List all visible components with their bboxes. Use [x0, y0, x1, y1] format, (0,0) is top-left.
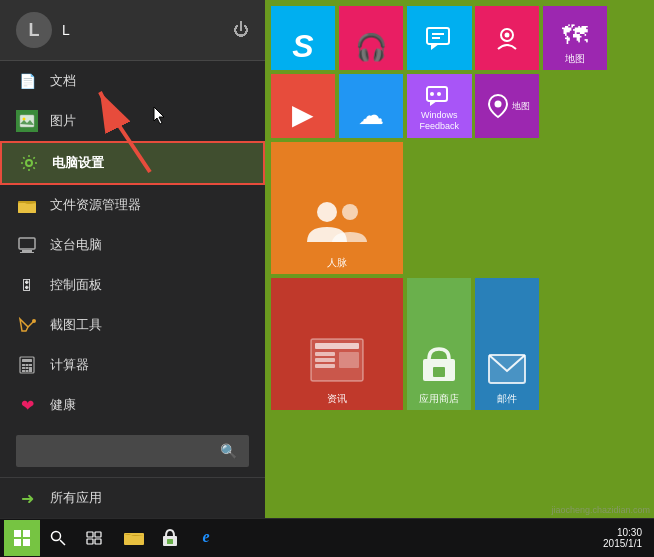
mail-icon — [487, 353, 527, 387]
svg-point-31 — [342, 204, 358, 220]
feedback-label: WindowsFeedback — [419, 110, 459, 132]
svg-rect-20 — [26, 370, 29, 372]
svg-rect-13 — [22, 364, 25, 366]
menu-item-pictures[interactable]: 图片 — [0, 101, 265, 141]
svg-point-25 — [504, 33, 509, 38]
feedback-row2: WindowsFeedback 地图 — [407, 74, 539, 138]
svg-point-27 — [430, 92, 434, 96]
search-button[interactable] — [40, 520, 76, 556]
video-icon: ▶ — [292, 98, 314, 131]
health-icon: ❤ — [16, 394, 38, 416]
menu-item-control-panel[interactable]: 🎛 控制面板 — [0, 265, 265, 305]
taskbar-store[interactable] — [152, 520, 188, 556]
tile-people[interactable]: 人脉 — [271, 142, 403, 274]
all-apps-button[interactable]: ➜ 所有应用 — [0, 477, 265, 518]
tiles-panel: S 🎧 🗺 地图 — [265, 0, 654, 518]
start-button[interactable] — [4, 520, 40, 556]
store-label: 应用商店 — [419, 393, 459, 405]
tile-feedback-sub2[interactable] — [475, 6, 540, 70]
search-input[interactable] — [28, 444, 220, 459]
tile-row-4: 资讯 应用商店 — [271, 278, 648, 410]
svg-rect-7 — [19, 238, 35, 249]
tile-news[interactable]: 资讯 — [271, 278, 403, 410]
user-name: L — [62, 22, 70, 38]
tile-feedback-sub1[interactable] — [407, 6, 472, 70]
svg-rect-17 — [26, 367, 29, 369]
svg-rect-34 — [315, 352, 335, 356]
taskbar: e 10:30 2015/1/1 — [0, 518, 654, 557]
svg-rect-16 — [22, 367, 25, 369]
svg-rect-51 — [95, 539, 101, 544]
maps-label: 地图 — [565, 53, 585, 65]
tile-onedrive[interactable]: ☁ — [339, 74, 403, 138]
svg-point-30 — [317, 202, 337, 222]
tile-row-1: S 🎧 🗺 地图 — [271, 6, 648, 70]
calculator-icon — [16, 354, 38, 376]
mail-label: 邮件 — [497, 393, 517, 405]
store-icon — [419, 345, 459, 387]
left-panel: L L ⏻ 📄 文档 图片 — [0, 0, 265, 518]
svg-line-47 — [60, 540, 65, 545]
svg-rect-21 — [427, 28, 449, 44]
menu-item-snipping-tool[interactable]: 截图工具 — [0, 305, 265, 345]
feedback-row1 — [407, 6, 539, 70]
news-label: 资讯 — [327, 393, 347, 405]
menu-item-file-explorer[interactable]: 文件资源管理器 — [0, 185, 265, 225]
menu-item-pc-settings[interactable]: 电脑设置 — [0, 141, 265, 185]
svg-rect-18 — [29, 367, 32, 372]
tile-skype[interactable]: S — [271, 6, 335, 70]
svg-rect-39 — [433, 367, 445, 377]
svg-rect-42 — [14, 530, 21, 537]
watermark: jiaocheng.chazidian.com — [551, 505, 650, 515]
user-area: L L ⏻ — [0, 0, 265, 61]
tile-feedback-main[interactable]: WindowsFeedback — [407, 74, 472, 138]
pictures-icon — [16, 110, 38, 132]
svg-point-46 — [52, 532, 61, 541]
people-icon — [302, 197, 372, 249]
svg-rect-6 — [18, 203, 36, 213]
news-icon — [307, 335, 367, 387]
svg-rect-45 — [23, 539, 30, 546]
svg-rect-36 — [315, 364, 335, 368]
menu-item-documents[interactable]: 📄 文档 — [0, 61, 265, 101]
documents-icon: 📄 — [16, 70, 38, 92]
svg-rect-19 — [22, 370, 25, 372]
tile-maps[interactable]: 🗺 地图 — [543, 6, 607, 70]
taskbar-ie[interactable]: e — [188, 520, 224, 556]
search-bar[interactable]: 🔍 — [16, 435, 249, 467]
music-icon: 🎧 — [355, 32, 387, 63]
menu-item-health[interactable]: ❤ 健康 — [0, 385, 265, 425]
this-pc-icon — [16, 234, 38, 256]
svg-rect-12 — [22, 359, 32, 362]
skype-icon: S — [292, 28, 313, 65]
tile-video[interactable]: ▶ — [271, 74, 335, 138]
search-icon: 🔍 — [220, 443, 237, 459]
start-menu: L L ⏻ 📄 文档 图片 — [0, 0, 654, 518]
tile-store[interactable]: 应用商店 — [407, 278, 471, 410]
tile-row-3: 人脉 — [271, 142, 648, 274]
menu-item-calculator[interactable]: 计算器 — [0, 345, 265, 385]
task-view-button[interactable] — [76, 520, 112, 556]
taskbar-file-explorer[interactable] — [116, 520, 152, 556]
taskbar-tray: 10:30 2015/1/1 — [603, 527, 650, 549]
svg-rect-35 — [315, 358, 335, 362]
svg-rect-15 — [29, 364, 32, 366]
power-button[interactable]: ⏻ — [233, 21, 249, 39]
all-apps-icon: ➜ — [16, 487, 38, 509]
svg-rect-0 — [20, 115, 34, 127]
taskbar-apps: e — [112, 520, 603, 556]
tile-maps-sub[interactable]: 地图 — [475, 74, 540, 138]
svg-point-3 — [26, 160, 32, 166]
tile-mail[interactable]: 邮件 — [475, 278, 539, 410]
svg-rect-44 — [14, 539, 21, 546]
tile-gap — [407, 142, 648, 274]
menu-item-this-pc[interactable]: 这台电脑 — [0, 225, 265, 265]
people-label: 人脉 — [327, 257, 347, 269]
tile-row-2: ▶ ☁ WindowsFeedback 地图 — [271, 74, 648, 138]
file-explorer-icon — [16, 194, 38, 216]
svg-point-29 — [494, 101, 501, 108]
clock: 10:30 2015/1/1 — [603, 527, 642, 549]
avatar[interactable]: L — [16, 12, 52, 48]
svg-rect-37 — [339, 352, 359, 368]
tile-music[interactable]: 🎧 — [339, 6, 403, 70]
